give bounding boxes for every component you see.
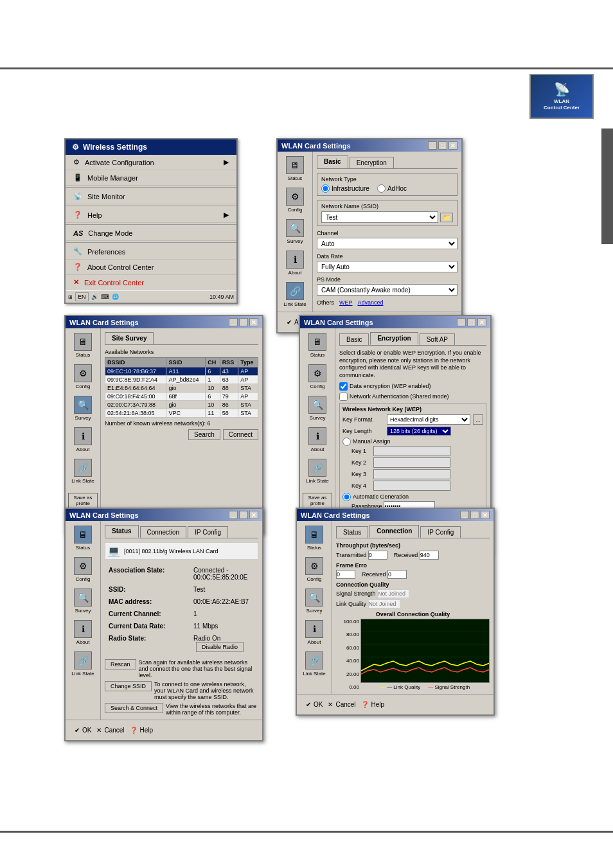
taskbar-en[interactable]: EN <box>75 292 89 301</box>
adhoc-radio-input[interactable] <box>377 184 386 193</box>
tab-encryption[interactable]: Encryption <box>350 157 394 168</box>
enc-maximize-button[interactable]: □ <box>467 318 476 326</box>
sidebar-about[interactable]: ℹ About <box>279 249 311 278</box>
conn-sidebar-survey[interactable]: 🔍 Survey <box>298 587 330 616</box>
frame-tx-input[interactable] <box>336 570 355 579</box>
status-sidebar-about[interactable]: ℹ About <box>67 618 99 647</box>
enc-save-profile-btn[interactable]: Save as profile <box>303 493 332 508</box>
survey-maximize-button[interactable]: □ <box>239 318 248 326</box>
survey-close-button[interactable]: ✕ <box>249 318 258 326</box>
taskbar-network[interactable]: 🌐 <box>112 294 119 300</box>
enc-sidebar-survey[interactable]: 🔍 Survey <box>301 394 333 423</box>
data-rate-select[interactable]: Fully Auto <box>317 261 458 272</box>
tx-input[interactable] <box>368 551 387 560</box>
tab-status-ipconfig[interactable]: IP Config <box>188 526 228 538</box>
sidebar-status[interactable]: 🖥 Status <box>279 154 311 183</box>
adhoc-radio[interactable]: AdHoc <box>377 184 407 193</box>
minimize-button[interactable]: _ <box>428 141 437 150</box>
menu-activate[interactable]: ⚙ Activate Configuration ▶ <box>66 155 236 170</box>
manual-assign-radio[interactable]: Manual Assign <box>342 438 483 446</box>
tab-enc-softap[interactable]: Soft AP <box>420 333 455 345</box>
survey-sidebar-status[interactable]: 🖥 Status <box>67 331 99 360</box>
enc-sidebar-status[interactable]: 🖥 Status <box>301 331 333 360</box>
infrastructure-radio[interactable]: Infrastructure <box>321 184 369 193</box>
menu-mobile[interactable]: 📱 Mobile Manager <box>66 170 236 186</box>
table-row[interactable]: 02:54:21:6A:38:05 VPC 11 58 STA <box>105 409 258 418</box>
enc-minimize-button[interactable]: _ <box>457 318 466 326</box>
channel-select[interactable]: Auto <box>317 238 458 249</box>
survey-sidebar-config[interactable]: ⚙ Config <box>67 362 99 391</box>
enc-sidebar-about[interactable]: ℹ About <box>301 425 333 454</box>
status-cancel-button[interactable]: ✕ Cancel <box>95 725 125 735</box>
save-profile-btn[interactable]: Save as profile <box>68 493 98 508</box>
menu-preferences[interactable]: 🔧 Preferences <box>66 244 236 260</box>
conn-maximize-button[interactable]: □ <box>470 511 479 519</box>
change-ssid-button[interactable]: Change SSID <box>105 681 152 691</box>
status-ok-button[interactable]: ✔ OK <box>73 725 93 735</box>
sidebar-config[interactable]: ⚙ Config <box>279 186 311 215</box>
status-close-button[interactable]: ✕ <box>249 511 258 519</box>
data-enc-input[interactable] <box>339 382 348 391</box>
taskbar-volume[interactable]: 🔊 <box>91 294 98 300</box>
conn-close-button[interactable]: ✕ <box>481 511 490 519</box>
sidebar-survey[interactable]: 🔍 Survey <box>279 217 311 246</box>
search-button[interactable]: Search <box>188 429 220 440</box>
ssid-select[interactable]: Test <box>321 211 438 223</box>
enc-close-button[interactable]: ✕ <box>477 318 486 326</box>
tab-conn-connection[interactable]: Connection <box>369 525 419 538</box>
frame-rx-input[interactable] <box>387 570 407 579</box>
conn-sidebar-status[interactable]: 🖥 Status <box>298 524 330 553</box>
conn-sidebar-about[interactable]: ℹ About <box>298 618 330 647</box>
conn-minimize-button[interactable]: _ <box>460 511 469 519</box>
advanced-link[interactable]: Advanced <box>358 299 384 306</box>
tab-conn-ipconfig[interactable]: IP Config <box>420 526 461 538</box>
network-auth-input[interactable] <box>339 393 348 401</box>
tab-basic[interactable]: Basic <box>317 155 348 168</box>
wep-link[interactable]: WEP <box>339 299 353 306</box>
key-length-select[interactable]: 128 bits (26 digits) 64 bits (10 digits) <box>387 427 451 436</box>
infrastructure-radio-input[interactable] <box>321 184 330 193</box>
menu-about[interactable]: ❓ About Control Center <box>66 260 236 275</box>
rescan-button[interactable]: Rescan <box>105 659 136 669</box>
key-format-browse[interactable]: ... <box>473 414 483 425</box>
status-maximize-button[interactable]: □ <box>239 511 248 519</box>
tab-enc-basic[interactable]: Basic <box>339 333 369 345</box>
tab-enc-encryption[interactable]: Encryption <box>370 332 418 345</box>
menu-exit[interactable]: ✕ Exit Control Center <box>66 275 236 290</box>
key-format-select[interactable]: Hexadecimal digits <box>387 414 470 425</box>
status-sidebar-survey[interactable]: 🔍 Survey <box>67 587 99 616</box>
taskbar-keyboard[interactable]: ⌨ <box>101 294 109 300</box>
status-minimize-button[interactable]: _ <box>229 511 238 519</box>
rx-input[interactable] <box>420 551 439 560</box>
conn-sidebar-link[interactable]: 🔗 Link State <box>298 650 330 678</box>
tab-status-connection[interactable]: Connection <box>140 526 187 538</box>
enc-sidebar-config[interactable]: ⚙ Config <box>301 362 333 391</box>
survey-sidebar-about[interactable]: ℹ About <box>67 425 99 454</box>
survey-sidebar-survey[interactable]: 🔍 Survey <box>67 394 99 423</box>
survey-sidebar-link[interactable]: 🔗 Link State <box>67 457 99 486</box>
survey-minimize-button[interactable]: _ <box>229 318 238 326</box>
conn-help-button[interactable]: ❓ Help <box>360 700 386 709</box>
ssid-browse-button[interactable]: 📁 <box>440 213 453 222</box>
status-sidebar-config[interactable]: ⚙ Config <box>67 555 99 584</box>
table-row[interactable]: 02:00:C7:3A:79:88 gio 10 86 STA <box>105 401 258 409</box>
menu-site[interactable]: 📡 Site Monitor <box>66 189 236 204</box>
enc-sidebar-link[interactable]: 🔗 Link State <box>301 457 333 486</box>
network-auth-checkbox[interactable]: Network Authentication (Shared mode) <box>339 393 486 401</box>
maximize-button[interactable]: □ <box>438 141 447 150</box>
conn-cancel-button[interactable]: ✕ Cancel <box>326 700 357 709</box>
sidebar-link-state[interactable]: 🔗 Link State <box>279 280 311 309</box>
menu-help[interactable]: ❓ Help ▶ <box>66 208 236 223</box>
tab-status-status[interactable]: Status <box>105 525 139 538</box>
menu-change-mode[interactable]: AS Change Mode <box>66 226 236 241</box>
status-help-button[interactable]: ❓ Help <box>129 725 155 735</box>
connect-button[interactable]: Connect <box>223 429 258 440</box>
status-sidebar-status[interactable]: 🖥 Status <box>67 524 99 553</box>
auto-gen-radio[interactable]: Automatic Generation <box>342 493 483 501</box>
disable-radio-button[interactable]: Disable Radio <box>196 642 244 652</box>
ps-mode-select[interactable]: CAM (Constantly Awake mode) <box>317 284 458 296</box>
tab-site-survey[interactable]: Site Survey <box>105 332 154 344</box>
auto-gen-input[interactable] <box>342 493 351 501</box>
tab-conn-status[interactable]: Status <box>336 526 368 538</box>
table-row[interactable]: 09:EC:10:78:B6:37 A11 6 43 AP <box>105 368 258 376</box>
